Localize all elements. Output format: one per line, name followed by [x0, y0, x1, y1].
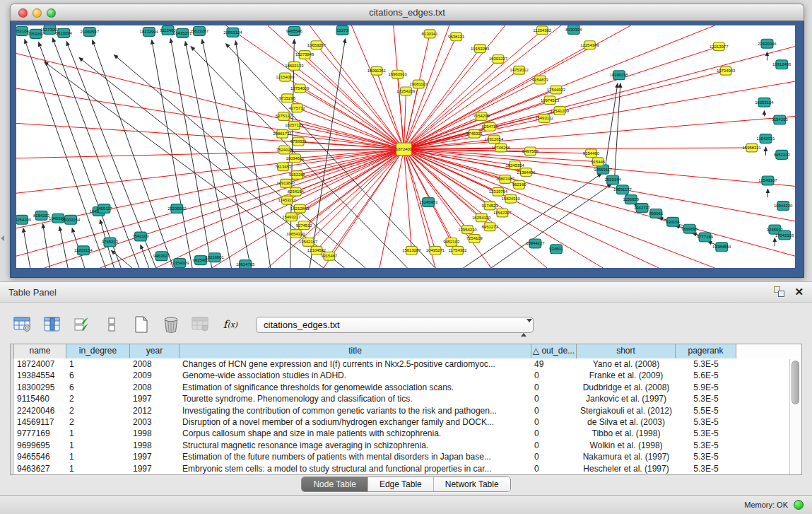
cell-short[interactable]: Jankovic et al. (1997) [577, 393, 676, 404]
citation-edge[interactable] [398, 74, 404, 149]
cell-pagerank[interactable]: 5.3E-5 [676, 463, 736, 474]
table-row[interactable]: 1830029562008Estimation of significance … [11, 382, 801, 393]
show-columns-button[interactable] [72, 315, 92, 334]
cell-short[interactable]: Hescheler et al. (1997) [577, 463, 676, 474]
cell-in_degree[interactable]: 1 [66, 358, 130, 370]
table-row[interactable]: 969969511998Structural magnetic resonanc… [11, 440, 801, 451]
column-header-in_degree[interactable]: in_degree [66, 344, 130, 358]
citation-edge[interactable] [111, 250, 132, 268]
citation-edge[interactable] [295, 149, 404, 234]
cell-year[interactable]: 2008 [130, 358, 180, 370]
row-height-button[interactable] [102, 315, 122, 334]
cell-year[interactable]: 1998 [130, 440, 180, 451]
cell-title[interactable]: Estimation of the future numbers of pati… [180, 451, 531, 462]
new-table-button[interactable] [131, 315, 151, 334]
cell-pagerank[interactable]: 5.5E-5 [676, 405, 736, 416]
cell-year[interactable]: 2003 [130, 416, 180, 428]
cell-in_degree[interactable]: 2 [66, 393, 130, 404]
cell-pagerank[interactable]: 5.3E-5 [676, 440, 736, 451]
cell-pagerank[interactable]: 5.3E-5 [676, 358, 736, 370]
citation-edge[interactable] [377, 71, 404, 149]
cell-in_degree[interactable]: 6 [66, 370, 130, 381]
table-row[interactable]: 1938455462009Genome-wide association stu… [11, 370, 801, 381]
citation-edge[interactable] [170, 39, 211, 268]
citation-edge[interactable] [25, 40, 106, 268]
cell-title[interactable]: Structural magnetic resonance image aver… [180, 440, 531, 451]
cell-title[interactable]: Estimation of significance thresholds fo… [180, 382, 531, 393]
citation-edge[interactable] [317, 45, 404, 149]
cell-out_degree[interactable]: 0 [531, 370, 577, 381]
cell-title[interactable]: Disruption of a novel member of a sodium… [180, 416, 531, 428]
cell-short[interactable]: Franke et al. (2009) [577, 370, 676, 381]
cell-out_degree[interactable]: 0 [531, 463, 577, 474]
window-titlebar[interactable]: citations_edges.txt [10, 4, 804, 21]
scrollbar-thumb[interactable] [792, 361, 799, 404]
citation-edge[interactable] [185, 42, 231, 268]
cell-pagerank[interactable]: 5.3E-5 [676, 393, 736, 404]
cell-year[interactable]: 2009 [130, 370, 180, 381]
collapse-panel-icon[interactable] [1, 235, 4, 241]
table-settings-button[interactable] [13, 315, 33, 334]
cell-short[interactable]: Dudbridge et al. (2008) [577, 382, 676, 393]
citation-edge[interactable] [404, 47, 719, 149]
citation-edge[interactable] [305, 55, 404, 149]
network-canvas[interactable]: 2053184210532671527300286130942106059718… [16, 25, 795, 268]
cell-out_degree[interactable]: 0 [531, 416, 577, 428]
memory-ok-icon[interactable] [794, 500, 804, 510]
cell-out_degree[interactable]: 0 [531, 428, 577, 439]
cell-year[interactable]: 1998 [130, 428, 180, 439]
cell-in_degree[interactable]: 1 [66, 440, 130, 451]
cell-pagerank[interactable]: 5.3E-5 [676, 451, 736, 462]
column-header-out_degree[interactable]: △ out_de... [531, 344, 577, 358]
cell-name[interactable]: 9115460 [14, 393, 66, 404]
cell-out_degree[interactable]: 49 [531, 358, 577, 370]
citation-edge[interactable] [235, 41, 270, 268]
column-header-short[interactable]: short [577, 344, 676, 358]
citation-edge[interactable] [141, 245, 149, 268]
cell-name[interactable]: 18724007 [14, 358, 66, 370]
tab-node-table[interactable]: Node Table [302, 477, 368, 491]
citation-edge[interactable] [23, 228, 30, 268]
cell-in_degree[interactable]: 1 [66, 463, 130, 474]
cell-out_degree[interactable]: 0 [531, 393, 577, 404]
cell-out_degree[interactable]: 0 [531, 382, 577, 393]
column-header-year[interactable]: year [130, 344, 180, 358]
cell-short[interactable]: Tibbo et al. (1998) [577, 428, 676, 439]
cell-in_degree[interactable]: 1 [66, 428, 130, 439]
cell-name[interactable]: 9699695 [14, 440, 66, 451]
cell-title[interactable]: Genome-wide association studies in ADHD. [180, 370, 531, 381]
table-row[interactable]: 2242004622012Investigating the contribut… [11, 405, 801, 416]
cell-short[interactable]: Yano et al. (2008) [577, 358, 676, 370]
cell-out_degree[interactable]: 0 [531, 451, 577, 462]
cell-title[interactable]: Changes of HCN gene expression and I(f) … [180, 358, 531, 370]
cell-short[interactable]: Nakamura et al. (1997) [577, 451, 676, 462]
cell-year[interactable]: 2012 [130, 405, 180, 416]
cell-short[interactable]: Stergiakouli et al. (2012) [577, 405, 676, 416]
cell-pagerank[interactable]: 5.3E-5 [676, 416, 736, 428]
cell-in_degree[interactable]: 2 [66, 416, 130, 428]
table-row[interactable]: 911546021997Tourette syndrome. Phenomeno… [11, 393, 801, 404]
table-row[interactable]: 946362711997Embryonic stem cells: a mode… [11, 463, 801, 474]
select-column-button[interactable] [42, 315, 62, 334]
cell-in_degree[interactable]: 1 [66, 451, 130, 462]
table-row[interactable]: 946554611997Estimation of the future num… [11, 451, 801, 462]
citation-edge[interactable] [310, 39, 345, 268]
cell-in_degree[interactable]: 6 [66, 382, 130, 393]
cell-year[interactable]: 1997 [130, 451, 180, 462]
cell-year[interactable]: 1997 [130, 393, 180, 404]
cell-year[interactable]: 2008 [130, 382, 180, 393]
cell-title[interactable]: Tourette syndrome. Phenomenology and cla… [180, 393, 531, 404]
table-row[interactable]: 1872400712008Changes of HCN gene express… [11, 358, 801, 370]
cell-title[interactable]: Corpus callosum shape and size in male p… [180, 428, 531, 439]
cell-out_degree[interactable]: 0 [531, 405, 577, 416]
cell-in_degree[interactable]: 2 [66, 405, 130, 416]
table-scrollbar[interactable] [789, 359, 801, 474]
citation-edge[interactable] [114, 55, 365, 268]
cell-name[interactable]: 14569117 [14, 416, 66, 428]
cell-name[interactable]: 9465546 [14, 451, 66, 462]
table-select-dropdown[interactable]: citations_edges.txt [256, 317, 534, 333]
delete-button[interactable] [161, 315, 181, 334]
cell-name[interactable]: 18300295 [14, 382, 66, 393]
tab-edge-table[interactable]: Edge Table [368, 477, 434, 491]
column-header-name[interactable]: name [14, 344, 66, 358]
